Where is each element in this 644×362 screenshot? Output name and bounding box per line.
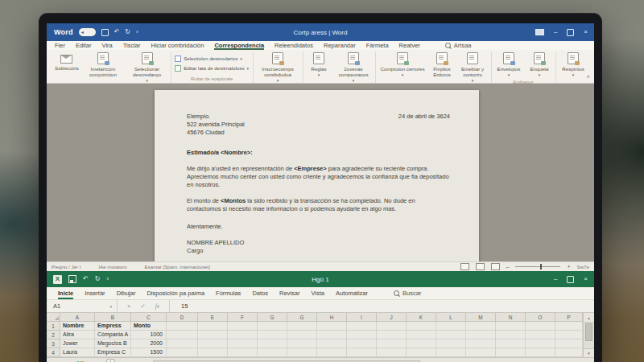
cell[interactable]: [436, 322, 466, 331]
cell[interactable]: [377, 322, 407, 331]
column-header[interactable]: L: [436, 313, 466, 322]
name-box[interactable]: A1 ▾: [47, 300, 118, 312]
document-page[interactable]: Elempio. 522 avenida Principal 45676 Ciu…: [155, 90, 479, 261]
ribbon-button-sobres2[interactable]: Envelopos: [495, 51, 522, 78]
scroll-down-icon[interactable]: ▾: [584, 348, 594, 357]
cell[interactable]: [377, 331, 407, 339]
maximize-icon[interactable]: [567, 29, 574, 36]
cell[interactable]: Nombre: [60, 322, 95, 331]
cell[interactable]: [258, 339, 287, 348]
cell[interactable]: [167, 331, 198, 339]
cell[interactable]: Jower: [60, 339, 95, 348]
ribbon-button-combinar[interactable]: Emebtar y contorzo: [458, 51, 487, 84]
enter-icon[interactable]: ✓: [140, 302, 145, 310]
column-header[interactable]: O: [526, 313, 555, 322]
column-header[interactable]: I: [347, 313, 377, 322]
cell[interactable]: [317, 339, 347, 348]
cell[interactable]: [258, 322, 287, 331]
cell[interactable]: [466, 331, 496, 339]
tab-formulas[interactable]: Fórmulas: [216, 290, 241, 297]
column-header[interactable]: F: [228, 313, 258, 322]
cell[interactable]: [466, 339, 496, 348]
cell[interactable]: [198, 339, 228, 348]
close-icon[interactable]: ×: [584, 276, 588, 282]
row-header[interactable]: 1: [47, 322, 60, 331]
cell[interactable]: [287, 331, 317, 339]
cell[interactable]: Laura: [60, 348, 95, 357]
column-header[interactable]: B: [95, 313, 131, 322]
column-header[interactable]: K: [407, 313, 436, 322]
web-layout-icon[interactable]: [491, 263, 500, 270]
ribbon-button-etiqueta2[interactable]: Enqueta: [527, 51, 551, 78]
close-icon[interactable]: ×: [584, 29, 588, 35]
column-header[interactable]: G: [287, 313, 317, 322]
column-header[interactable]: C: [131, 313, 167, 322]
cell[interactable]: [436, 331, 466, 339]
cell[interactable]: [555, 322, 583, 331]
cell[interactable]: [407, 322, 436, 331]
tab-disposicion[interactable]: Disposición pa paíma: [147, 290, 204, 297]
ribbon-button-coincidencia[interactable]: 2ovenas compeoracos: [336, 51, 371, 84]
cell[interactable]: 1500: [131, 348, 167, 357]
cell[interactable]: [407, 339, 436, 348]
cell[interactable]: [287, 348, 317, 357]
tab-automatizar[interactable]: Automatizar: [336, 290, 368, 297]
tab-formato[interactable]: Fármeta: [366, 41, 389, 50]
vertical-scrollbar[interactable]: ▴ ▾: [583, 313, 594, 357]
cell[interactable]: [526, 348, 555, 357]
zoom-slider-thumb[interactable]: [540, 264, 542, 269]
cell[interactable]: Cómpania A: [95, 331, 131, 339]
tab-revisar[interactable]: Releendidatos: [275, 41, 313, 50]
cell[interactable]: [496, 331, 526, 339]
column-header[interactable]: M: [466, 313, 496, 322]
cell[interactable]: Monto: [131, 322, 167, 331]
cell[interactable]: [167, 348, 198, 357]
cell[interactable]: [526, 322, 555, 331]
tab-reparar[interactable]: Reparandar: [324, 41, 356, 50]
tab-editar[interactable]: Editar: [76, 41, 92, 50]
cell[interactable]: [228, 339, 258, 348]
cancel-icon[interactable]: ×: [127, 302, 130, 310]
cell[interactable]: [436, 339, 466, 348]
cell[interactable]: Alira: [60, 331, 95, 339]
cell[interactable]: [555, 339, 583, 348]
cell[interactable]: [258, 331, 287, 339]
cell[interactable]: [317, 348, 347, 357]
cell[interactable]: [347, 322, 377, 331]
read-mode-icon[interactable]: [460, 263, 469, 270]
ribbon-button-finalizar[interactable]: Finplios Erdoros: [431, 51, 453, 77]
column-header[interactable]: H: [317, 313, 347, 322]
tab-iniciar-combinacion[interactable]: Hiciar combridación: [151, 41, 204, 50]
zoom-out-icon[interactable]: –: [506, 264, 510, 269]
insert-function-icon[interactable]: fx: [155, 302, 159, 310]
row-header[interactable]: 3: [47, 339, 60, 348]
tab-inicio[interactable]: Inicie: [58, 287, 73, 299]
formula-input[interactable]: 15: [170, 302, 188, 310]
cell[interactable]: 1000: [131, 331, 167, 339]
cell[interactable]: [317, 322, 347, 331]
cell[interactable]: [466, 322, 496, 331]
cell[interactable]: [407, 331, 436, 339]
add-sheet-icon[interactable]: +: [106, 359, 115, 362]
maximize-icon[interactable]: [567, 276, 574, 283]
cell[interactable]: [198, 331, 228, 339]
cell[interactable]: [347, 339, 377, 348]
cell[interactable]: [228, 331, 258, 339]
cell[interactable]: [347, 348, 377, 357]
row-header[interactable]: 2: [47, 331, 60, 339]
cell[interactable]: [228, 322, 258, 331]
scroll-up-icon[interactable]: ▴: [584, 313, 594, 323]
tab-dibujar[interactable]: Dibujar: [117, 290, 136, 297]
cell[interactable]: [167, 322, 198, 331]
tab-correspondencia[interactable]: Correspondencia: [214, 41, 264, 50]
column-header[interactable]: N: [496, 313, 526, 322]
cell[interactable]: [258, 348, 287, 357]
cell[interactable]: [317, 331, 347, 339]
ribbon-button-insertar-campo[interactable]: Inscroecsimps corsibdudua: [257, 51, 299, 84]
zoom-slider[interactable]: [515, 266, 560, 267]
cell[interactable]: [496, 339, 526, 348]
cell[interactable]: [287, 322, 317, 331]
cell[interactable]: Empresa C: [95, 348, 131, 357]
tab-vista[interactable]: Vista: [311, 290, 324, 297]
tab-vista[interactable]: Vira: [102, 41, 113, 50]
